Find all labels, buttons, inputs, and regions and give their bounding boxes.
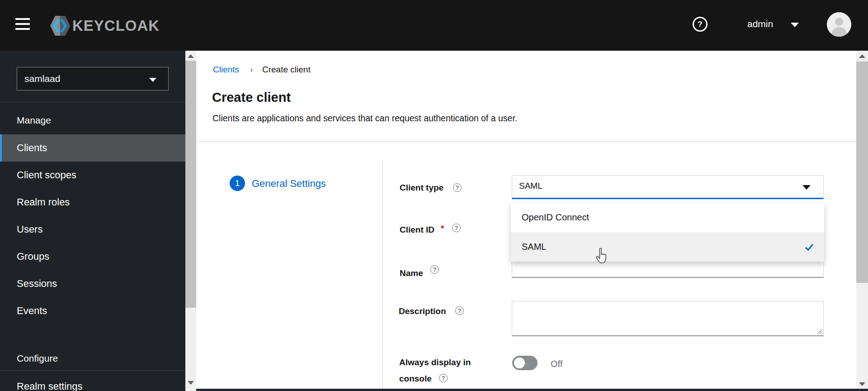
client-type-selected-value: SAML bbox=[519, 181, 542, 191]
description-help-icon[interactable]: ? bbox=[455, 306, 464, 315]
sidebar-item-client-scopes[interactable]: Client scopes bbox=[0, 162, 185, 189]
wizard-step-general-settings[interactable]: General Settings bbox=[252, 178, 326, 190]
client-id-help-icon[interactable]: ? bbox=[452, 224, 461, 232]
selected-check-icon bbox=[804, 242, 814, 252]
keycloak-logo[interactable]: KEYCLOAK bbox=[50, 14, 160, 38]
help-icon[interactable]: ? bbox=[693, 17, 708, 32]
sidebar-item-events[interactable]: Events bbox=[0, 297, 185, 324]
client-id-required-asterisk: * bbox=[441, 224, 444, 234]
breadcrumb-current: Create client bbox=[262, 65, 311, 75]
toggle-state-text: Off bbox=[551, 359, 562, 369]
realm-selector-caret-icon bbox=[149, 78, 156, 82]
realm-selector-value: samlaad bbox=[24, 73, 60, 84]
main-scrollbar-thumb[interactable] bbox=[856, 62, 868, 283]
masthead: KEYCLOAK ? admin bbox=[0, 0, 868, 51]
sidebar-scrollbar-thumb[interactable] bbox=[185, 61, 196, 308]
page-title: Create client bbox=[212, 90, 291, 105]
sidebar-item-realm-roles[interactable]: Realm roles bbox=[0, 189, 185, 216]
sidebar-nav: samlaad Manage Clients Client scopes Rea… bbox=[0, 51, 185, 391]
sidebar-scrollbar[interactable] bbox=[185, 51, 196, 391]
wizard-step-1-number[interactable]: 1 bbox=[230, 176, 245, 191]
user-menu-caret-icon[interactable] bbox=[791, 23, 799, 27]
resize-handle-icon[interactable] bbox=[816, 328, 822, 334]
sidebar-item-realm-settings[interactable]: Realm settings bbox=[0, 373, 185, 391]
wizard-divider bbox=[382, 159, 383, 389]
sidebar-item-clients[interactable]: Clients bbox=[0, 134, 185, 162]
scroll-up-icon[interactable] bbox=[188, 54, 194, 58]
always-display-label-line2: console bbox=[399, 374, 432, 384]
breadcrumb-clients-link[interactable]: Clients bbox=[213, 65, 239, 75]
keycloak-hexagon-icon bbox=[50, 14, 71, 38]
main-content: Clients › Create client Create client Cl… bbox=[196, 51, 856, 391]
scroll-down-icon[interactable] bbox=[859, 382, 865, 386]
scroll-up-icon[interactable] bbox=[859, 54, 865, 58]
avatar-person-icon bbox=[827, 12, 851, 37]
brand-text: KEYCLOAK bbox=[72, 17, 160, 34]
nav-group-configure: Configure bbox=[17, 353, 58, 364]
name-help-icon[interactable]: ? bbox=[430, 265, 439, 274]
always-display-toggle[interactable] bbox=[512, 356, 538, 370]
always-display-label-line1: Always display in bbox=[399, 358, 471, 367]
sidebar-item-users[interactable]: Users bbox=[0, 216, 185, 243]
mouse-pointer-hand-cursor bbox=[595, 248, 608, 265]
client-type-help-icon[interactable]: ? bbox=[453, 183, 462, 192]
wizard-footer-edge bbox=[196, 389, 868, 391]
realm-selector[interactable]: samlaad bbox=[17, 67, 169, 91]
client-type-label: Client type bbox=[400, 183, 443, 193]
description-textarea[interactable] bbox=[512, 301, 824, 336]
section-divider bbox=[196, 141, 856, 142]
sidebar-divider bbox=[0, 370, 185, 371]
sidebar-item-groups[interactable]: Groups bbox=[0, 243, 185, 270]
user-menu[interactable]: admin bbox=[747, 19, 773, 29]
client-type-select[interactable]: SAML bbox=[512, 175, 824, 199]
keycloak-admin-console: KEYCLOAK ? admin samlaad Manage Clients … bbox=[0, 0, 868, 391]
name-label: Name bbox=[400, 268, 423, 278]
nav-toggle-hamburger-icon[interactable] bbox=[15, 18, 30, 31]
description-label: Description bbox=[399, 306, 446, 316]
page-subtitle: Clients are applications and services th… bbox=[212, 113, 517, 124]
always-display-help-icon[interactable]: ? bbox=[439, 374, 448, 382]
client-id-label: Client ID bbox=[400, 225, 434, 235]
client-type-dropdown-menu: OpenID Connect SAML bbox=[511, 203, 824, 262]
breadcrumb-separator: › bbox=[250, 65, 253, 75]
toggle-knob bbox=[514, 358, 525, 368]
scroll-down-icon[interactable] bbox=[188, 381, 194, 385]
sidebar-item-sessions[interactable]: Sessions bbox=[0, 270, 185, 297]
dropdown-option-openid-connect[interactable]: OpenID Connect bbox=[511, 203, 824, 232]
dropdown-option-saml[interactable]: SAML bbox=[511, 232, 824, 262]
select-caret-icon bbox=[802, 185, 811, 190]
sidebar-divider bbox=[0, 102, 185, 102]
nav-group-manage: Manage bbox=[17, 115, 51, 126]
avatar[interactable] bbox=[827, 12, 851, 37]
main-scrollbar[interactable] bbox=[856, 51, 868, 391]
